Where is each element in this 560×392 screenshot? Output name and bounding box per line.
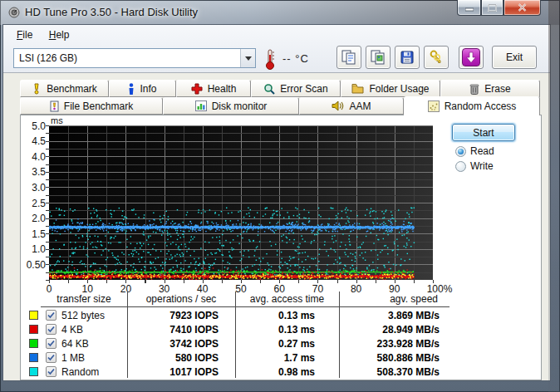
series-color-swatch (29, 339, 38, 348)
file-benchmark-icon (50, 100, 59, 112)
avg-speed-value: 28.949 MB/s (342, 324, 440, 336)
copy-text-icon (341, 49, 357, 66)
series-checkbox[interactable] (46, 338, 56, 349)
write-radio-label: Write (470, 160, 494, 172)
write-radio-row[interactable]: Write (455, 160, 494, 172)
operations-value: 1017 IOPS (130, 366, 219, 378)
tab-benchmark[interactable]: Benchmark (20, 80, 109, 97)
read-radio[interactable] (455, 146, 466, 157)
transfer-size-label: Random (61, 366, 99, 378)
app-window: HD Tune Pro 3.50 - Hard Disk Utility Fil… (0, 0, 560, 392)
erase-icon (469, 83, 479, 95)
title-bar[interactable]: HD Tune Pro 3.50 - Hard Disk Utility (0, 0, 560, 25)
client-area: File Help LSI (126 GB) -- °C (3, 25, 550, 380)
copy-image-button[interactable] (366, 46, 391, 69)
disk-monitor-icon (195, 100, 207, 111)
drive-select-dropdown-button[interactable] (240, 49, 255, 67)
results-rows: 512 bytes 7923 IOPS 0.13 ms 3.869 MB/s 4… (21, 309, 543, 380)
access-time-value: 0.98 ms (238, 366, 315, 378)
download-icon (462, 48, 480, 66)
avg-speed-value: 508.370 MB/s (342, 366, 440, 378)
tab-error-scan[interactable]: Error Scan (251, 80, 341, 97)
transfer-size-label: 4 KB (61, 324, 83, 336)
transfer-size-label: 64 KB (61, 338, 89, 350)
checkmark-icon (47, 353, 56, 362)
tab-erase[interactable]: Erase (440, 80, 540, 97)
y-axis-tick-label: 0.50 (21, 259, 46, 271)
access-time-value: 0.13 ms (238, 324, 315, 336)
thermometer-icon (264, 48, 276, 74)
error-scan-icon (263, 83, 275, 95)
series-color-swatch (29, 325, 38, 334)
column-header-transfer-size: transfer size (41, 293, 127, 306)
chevron-down-icon (245, 56, 252, 61)
y-axis-tick-label: 2.0 (21, 213, 46, 224)
y-axis-unit-label: ms (51, 115, 63, 125)
operations-value: 7923 IOPS (130, 310, 219, 321)
window-controls (457, 0, 541, 16)
avg-speed-value: 233.928 MB/s (342, 338, 440, 350)
table-row: 4 KB 7410 IOPS 0.13 ms 28.949 MB/s (21, 323, 543, 337)
tab-file-benchmark[interactable]: File Benchmark (20, 97, 163, 115)
tab-row-2: File Benchmark Disk monitor AAM Random A… (20, 97, 540, 115)
random-access-icon (428, 100, 440, 112)
y-axis-tick-label: 4.5 (21, 135, 46, 147)
menu-help[interactable]: Help (42, 27, 76, 43)
save-button[interactable] (395, 46, 420, 69)
menu-bar: File Help (10, 27, 76, 43)
exit-button[interactable]: Exit (492, 46, 537, 69)
download-button[interactable] (459, 46, 484, 69)
info-icon (128, 83, 135, 95)
y-axis-labels: 5.04.54.03.53.02.52.01.51.00.50 (21, 115, 46, 290)
minimize-button[interactable] (457, 0, 481, 16)
access-time-value: 1.7 ms (238, 352, 315, 364)
copy-image-icon (370, 49, 386, 66)
options-button[interactable] (424, 46, 449, 69)
drive-select[interactable]: LSI (126 GB) (13, 48, 256, 68)
y-axis-tick-label: 4.0 (21, 151, 46, 163)
series-color-swatch (29, 311, 38, 320)
series-checkbox[interactable] (46, 366, 56, 377)
checkmark-icon (47, 367, 56, 376)
window-title: HD Tune Pro 3.50 - Hard Disk Utility (25, 6, 198, 18)
save-icon (399, 49, 415, 66)
series-checkbox[interactable] (46, 310, 56, 321)
series-color-swatch (29, 367, 38, 376)
copy-text-button[interactable] (336, 46, 361, 69)
tab-random-access[interactable]: Random Access (404, 96, 540, 115)
table-header-underline (41, 306, 449, 307)
temperature-readout: -- °C (282, 52, 309, 65)
health-icon (191, 83, 203, 95)
checkmark-icon (47, 311, 56, 320)
table-row: 1 MB 580 IOPS 1.7 ms 580.886 MB/s (21, 351, 543, 365)
tab-info[interactable]: Info (109, 80, 176, 97)
start-button[interactable]: Start (452, 124, 515, 141)
write-radio[interactable] (455, 161, 466, 172)
tab-folder-usage[interactable]: Folder Usage (341, 80, 440, 97)
column-header-operations: operations / sec (130, 293, 232, 306)
checkmark-icon (47, 339, 56, 348)
column-header-access-time: avg. access time (238, 293, 336, 306)
tab-aam[interactable]: AAM (299, 97, 404, 115)
maximize-button[interactable] (481, 0, 504, 16)
tab-health[interactable]: Health (176, 80, 251, 97)
series-checkbox[interactable] (46, 324, 56, 335)
tab-row-1: Benchmark Info Health Error Scan Folder … (20, 80, 540, 97)
close-button[interactable] (504, 0, 541, 16)
menu-file[interactable]: File (10, 27, 39, 43)
series-checkbox[interactable] (46, 352, 56, 363)
y-axis-tick-label: 3.5 (21, 166, 46, 178)
benchmark-icon (32, 83, 42, 95)
random-access-plot (49, 125, 433, 280)
table-row: 64 KB 3742 IOPS 0.27 ms 233.928 MB/s (21, 337, 543, 351)
drive-select-value: LSI (126 GB) (14, 52, 240, 64)
read-radio-row[interactable]: Read (455, 145, 494, 157)
tab-disk-monitor[interactable]: Disk monitor (163, 97, 299, 115)
folder-usage-icon (351, 83, 364, 94)
access-time-value: 0.13 ms (238, 310, 315, 321)
column-header-avg-speed: agv. speed (342, 293, 438, 306)
avg-speed-value: 3.869 MB/s (342, 310, 440, 321)
y-axis-tick-label: 1.5 (21, 228, 46, 240)
transfer-size-label: 1 MB (61, 352, 85, 364)
y-axis-tick-label: 3.0 (21, 182, 46, 194)
